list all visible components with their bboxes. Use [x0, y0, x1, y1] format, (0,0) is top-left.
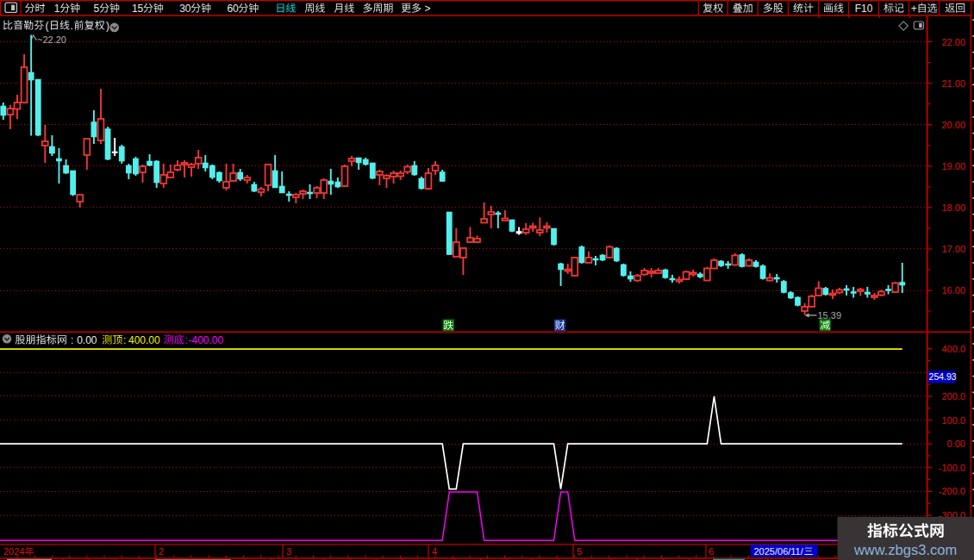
svg-text:(: ( [45, 20, 48, 32]
svg-text:16.00: 16.00 [941, 285, 965, 296]
svg-text:.: . [71, 20, 73, 32]
svg-text:22.00: 22.00 [941, 37, 965, 47]
svg-text:0.00: 0.00 [77, 334, 97, 346]
svg-text:400.00: 400.00 [128, 334, 160, 346]
svg-text:20.00: 20.00 [941, 120, 965, 130]
svg-text:18.00: 18.00 [941, 202, 965, 213]
svg-text::: : [123, 334, 126, 346]
svg-text:6: 6 [709, 546, 714, 557]
svg-text:-200.0: -200.0 [939, 486, 965, 496]
svg-text:2025/06/11/: 2025/06/11/ [754, 546, 804, 557]
svg-text:5: 5 [94, 3, 100, 15]
svg-text:400.0: 400.0 [941, 344, 965, 354]
svg-text:21.00: 21.00 [941, 78, 965, 89]
svg-text:19.00: 19.00 [941, 161, 965, 171]
svg-text:~22.20: ~22.20 [37, 34, 66, 45]
svg-text::: : [71, 334, 73, 346]
svg-text:100.0: 100.0 [941, 415, 965, 426]
svg-text:2: 2 [159, 546, 164, 557]
svg-text:+: + [911, 3, 917, 15]
svg-text:4: 4 [432, 546, 437, 557]
svg-text::: : [185, 334, 188, 346]
svg-text:15: 15 [132, 3, 144, 15]
svg-text:30: 30 [179, 3, 191, 15]
svg-text:200.0: 200.0 [941, 391, 965, 401]
svg-text:17.00: 17.00 [941, 244, 965, 254]
svg-text:www.zbgs3.com: www.zbgs3.com [853, 542, 957, 557]
svg-text:0.00: 0.00 [947, 439, 965, 449]
svg-text:60: 60 [227, 3, 239, 15]
svg-text:F10: F10 [855, 3, 873, 15]
svg-text:-400.00: -400.00 [189, 334, 224, 346]
svg-text:2024: 2024 [3, 546, 24, 557]
svg-text:1: 1 [54, 3, 60, 15]
svg-text:254.93: 254.93 [929, 371, 957, 382]
svg-text:>: > [425, 3, 431, 15]
svg-text:5: 5 [577, 546, 582, 557]
svg-text:3: 3 [286, 546, 291, 557]
svg-text:): ) [106, 20, 109, 32]
svg-text:-100.0: -100.0 [939, 463, 965, 473]
